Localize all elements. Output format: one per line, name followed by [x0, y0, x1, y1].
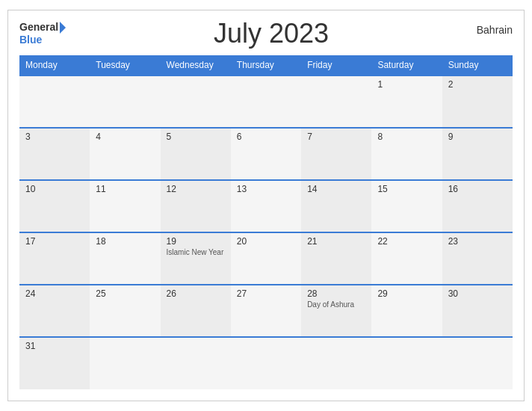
- weekday-header-sunday: Sunday: [442, 55, 513, 75]
- day-cell: 27: [231, 285, 301, 337]
- week-row-6: 31: [19, 337, 513, 389]
- day-number: 10: [25, 184, 84, 194]
- day-number: 28: [307, 288, 365, 299]
- day-cell: 10: [19, 180, 90, 232]
- day-cell: 31: [19, 337, 90, 389]
- day-number: 29: [377, 288, 436, 299]
- day-number: 9: [448, 132, 507, 142]
- logo-general-text: General: [19, 21, 58, 34]
- day-cell: 16: [442, 180, 513, 232]
- day-number: 17: [25, 236, 84, 247]
- weekday-header-friday: Friday: [301, 55, 371, 75]
- day-cell: [442, 337, 513, 389]
- day-number: 20: [237, 236, 295, 247]
- day-number: 1: [377, 79, 436, 90]
- day-cell: [301, 75, 371, 128]
- weekday-header-wednesday: Wednesday: [161, 55, 231, 75]
- week-row-2: 3456789: [19, 128, 513, 180]
- week-row-1: 12: [19, 75, 513, 128]
- day-event: Day of Ashura: [307, 300, 365, 309]
- day-cell: 11: [90, 180, 160, 232]
- day-number: 4: [96, 132, 154, 142]
- calendar-header: General Blue July 2023 Bahrain: [19, 18, 513, 49]
- day-number: 26: [167, 288, 225, 299]
- day-cell: 30: [442, 285, 513, 337]
- day-number: 16: [448, 184, 507, 194]
- day-cell: 1: [371, 75, 442, 128]
- day-cell: [231, 337, 301, 389]
- weekday-header-monday: Monday: [19, 55, 90, 75]
- day-number: 31: [25, 341, 84, 351]
- day-number: 11: [96, 184, 154, 194]
- day-cell: 13: [231, 180, 301, 232]
- week-row-3: 10111213141516: [19, 180, 513, 232]
- day-cell: 14: [301, 180, 371, 232]
- day-cell: 3: [19, 128, 90, 180]
- weekday-header-thursday: Thursday: [231, 55, 301, 75]
- day-number: 23: [448, 236, 507, 247]
- day-number: 7: [307, 132, 365, 142]
- day-cell: 18: [90, 232, 160, 285]
- day-number: 22: [377, 236, 436, 247]
- day-number: 25: [96, 288, 154, 299]
- day-cell: 24: [19, 285, 90, 337]
- calendar-country: Bahrain: [477, 24, 513, 36]
- weekday-header-row: MondayTuesdayWednesdayThursdayFridaySatu…: [19, 55, 513, 75]
- day-number: 18: [96, 236, 154, 247]
- day-cell: [161, 337, 231, 389]
- day-cell: 17: [19, 232, 90, 285]
- day-number: 21: [307, 236, 365, 247]
- day-number: 19: [167, 236, 225, 247]
- day-cell: [161, 75, 231, 128]
- day-cell: [90, 75, 160, 128]
- day-number: 6: [237, 132, 295, 142]
- calendar-grid: MondayTuesdayWednesdayThursdayFridaySatu…: [19, 55, 513, 389]
- day-event: Islamic New Year: [167, 248, 225, 256]
- day-cell: 2: [442, 75, 513, 128]
- day-number: 24: [25, 288, 84, 299]
- logo-triangle-icon: [60, 22, 66, 34]
- week-row-5: 2425262728Day of Ashura2930: [19, 285, 513, 337]
- day-cell: 22: [371, 232, 442, 285]
- day-cell: 6: [231, 128, 301, 180]
- day-cell: 7: [301, 128, 371, 180]
- day-cell: [90, 337, 160, 389]
- day-number: 8: [377, 132, 436, 142]
- day-cell: [301, 337, 371, 389]
- day-cell: 21: [301, 232, 371, 285]
- weekday-header-saturday: Saturday: [371, 55, 442, 75]
- logo-blue-text: Blue: [19, 34, 66, 46]
- day-number: 27: [237, 288, 295, 299]
- day-number: 2: [448, 79, 507, 90]
- week-row-4: 171819Islamic New Year20212223: [19, 232, 513, 285]
- day-cell: 12: [161, 180, 231, 232]
- day-cell: [231, 75, 301, 128]
- day-cell: 28Day of Ashura: [301, 285, 371, 337]
- calendar-container: General Blue July 2023 Bahrain MondayTue…: [7, 10, 525, 401]
- day-number: 15: [377, 184, 436, 194]
- day-cell: 15: [371, 180, 442, 232]
- day-number: 3: [25, 132, 84, 142]
- day-number: 12: [167, 184, 225, 194]
- day-cell: 4: [90, 128, 160, 180]
- logo: General Blue: [19, 21, 66, 46]
- day-cell: 23: [442, 232, 513, 285]
- day-cell: [19, 75, 90, 128]
- day-cell: 29: [371, 285, 442, 337]
- day-number: 5: [167, 132, 225, 142]
- day-cell: 19Islamic New Year: [161, 232, 231, 285]
- day-cell: 8: [371, 128, 442, 180]
- day-number: 13: [237, 184, 295, 194]
- day-number: 14: [307, 184, 365, 194]
- day-cell: 20: [231, 232, 301, 285]
- day-cell: 25: [90, 285, 160, 337]
- day-cell: 5: [161, 128, 231, 180]
- day-cell: [371, 337, 442, 389]
- weekday-header-tuesday: Tuesday: [90, 55, 160, 75]
- day-cell: 9: [442, 128, 513, 180]
- day-number: 30: [448, 288, 507, 299]
- calendar-title: July 2023: [66, 18, 477, 49]
- day-cell: 26: [161, 285, 231, 337]
